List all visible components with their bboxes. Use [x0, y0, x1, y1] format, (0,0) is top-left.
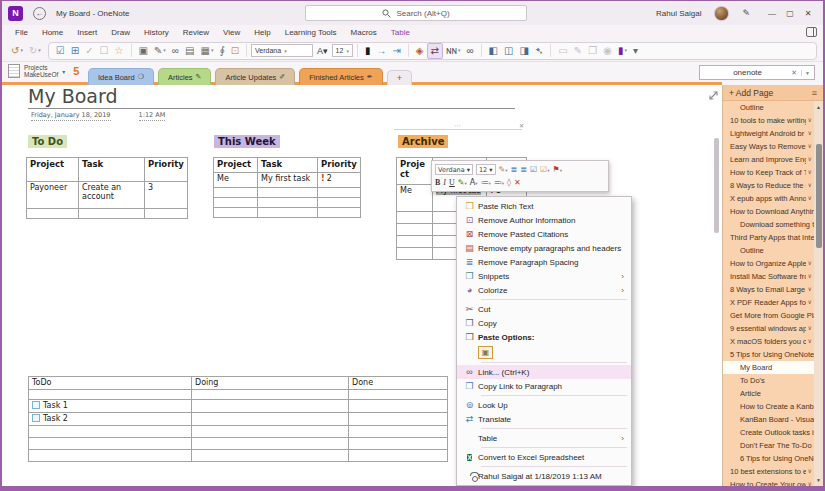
- table-cell[interactable]: [349, 400, 448, 413]
- table-cell[interactable]: [349, 413, 448, 426]
- chevron-down-icon[interactable]: ∨: [806, 296, 814, 309]
- page-list-item[interactable]: How to Create Your ow∨: [723, 478, 814, 486]
- col-header[interactable]: Task: [79, 158, 145, 182]
- col-header[interactable]: Done: [349, 377, 448, 390]
- notebook-color-icon[interactable]: ▮▾: [615, 42, 630, 59]
- table-cell[interactable]: [397, 236, 433, 248]
- table-cell[interactable]: [29, 426, 192, 438]
- menu-item-remove-empty-paragraphs-and-headers[interactable]: ▤Remove empty paragraphs and headers: [457, 241, 631, 255]
- page-list-item[interactable]: Download something t: [723, 218, 814, 231]
- page-list-item[interactable]: 10 best extensions to en∨: [723, 465, 814, 478]
- kanban-board-table[interactable]: ToDoDoingDoneTask 1Task 2: [28, 376, 448, 462]
- cell-priority[interactable]: !2: [318, 173, 361, 188]
- chevron-down-icon[interactable]: ∨: [806, 270, 814, 283]
- page-list-item[interactable]: To Do's: [723, 374, 814, 387]
- bullets-icon[interactable]: ≔▾: [481, 177, 491, 189]
- chevron-down-icon[interactable]: ∨: [806, 478, 814, 486]
- italic-button[interactable]: I: [443, 177, 446, 188]
- page-list-item[interactable]: 9 essential windows app∨: [723, 322, 814, 335]
- custom-tag-icon[interactable]: ☆: [112, 43, 127, 59]
- search-input[interactable]: Search (Alt+Q): [305, 5, 527, 21]
- table-cell[interactable]: [29, 450, 192, 462]
- chevron-down-icon[interactable]: ∨: [806, 192, 814, 205]
- scroll-down-icon[interactable]: ▼: [814, 477, 823, 483]
- cell-project[interactable]: Payoneer: [27, 182, 79, 209]
- add-section-tab[interactable]: +: [387, 70, 412, 85]
- canvas-scrollbar-thumb[interactable]: [714, 138, 719, 233]
- insert-link-icon[interactable]: ∞: [169, 43, 182, 59]
- bold-button[interactable]: B: [435, 177, 440, 188]
- page-list-item[interactable]: Create Outlook tasks in: [723, 426, 814, 439]
- table-cell[interactable]: [192, 413, 349, 426]
- paste-keep-formatting-icon[interactable]: ▣: [478, 346, 493, 359]
- insert-table-icon[interactable]: ▦▾: [197, 42, 216, 59]
- table-cell[interactable]: [258, 188, 318, 198]
- insert-image-icon[interactable]: ▣: [136, 43, 151, 59]
- section-tab-idea-board[interactable]: Idea Board❍: [88, 68, 154, 85]
- menu-help[interactable]: Help: [247, 28, 277, 37]
- spacing-increase-icon[interactable]: ≣: [520, 164, 527, 175]
- highlighter-icon[interactable]: ▮: [362, 43, 374, 59]
- cell-task[interactable]: Create an account: [79, 182, 145, 209]
- menu-draw[interactable]: Draw: [104, 28, 137, 37]
- table-cell[interactable]: [258, 208, 318, 218]
- menu-item-translate[interactable]: ⇄Translate: [457, 412, 631, 426]
- todo-heading[interactable]: To Do: [28, 135, 67, 148]
- menu-table[interactable]: Table: [384, 28, 417, 37]
- menu-history[interactable]: History: [137, 28, 176, 37]
- avatar[interactable]: [714, 6, 729, 21]
- col-header[interactable]: Task: [258, 158, 318, 173]
- menu-insert[interactable]: Insert: [70, 28, 104, 37]
- ink-lock-icon[interactable]: ◈: [413, 43, 427, 59]
- indent-icon[interactable]: →: [373, 43, 389, 59]
- table-cell[interactable]: [397, 248, 433, 260]
- font-size-select[interactable]: 12▾: [332, 44, 353, 57]
- draw-pen-icon[interactable]: ✎▾: [151, 42, 169, 59]
- chevron-down-icon[interactable]: ∨: [806, 140, 814, 153]
- table-cell[interactable]: [29, 390, 192, 400]
- menu-item-snippets[interactable]: ❐Snippets›: [457, 269, 631, 283]
- container-close-icon[interactable]: ✕: [519, 122, 524, 129]
- pin-icon[interactable]: ➴: [532, 43, 546, 59]
- chevron-down-icon[interactable]: ∨: [806, 335, 814, 348]
- mini-font-name-select[interactable]: Verdana▾: [435, 164, 473, 175]
- scroll-up-icon[interactable]: ▲: [814, 104, 823, 110]
- col-header[interactable]: Project: [27, 158, 79, 182]
- menu-learning-tools[interactable]: Learning Tools: [278, 28, 344, 37]
- sort-pages-icon[interactable]: ≡: [812, 88, 817, 98]
- container-grip-icon[interactable]: ⋯: [454, 122, 462, 130]
- tag-icon[interactable]: ☑▾: [540, 164, 549, 176]
- page-list-item[interactable]: How to Create a Kanba: [723, 400, 814, 413]
- insert-file-icon[interactable]: ▤: [182, 43, 197, 59]
- page-list-item[interactable]: 10 tools to make writing∨: [723, 114, 814, 127]
- chevron-down-icon[interactable]: ∨: [806, 322, 814, 335]
- spacing-decrease-icon[interactable]: ≣: [511, 164, 518, 175]
- table-cell[interactable]: [192, 426, 349, 438]
- page-list-item[interactable]: Third Party Apps that Integ: [723, 231, 814, 244]
- underline-button[interactable]: U: [449, 177, 455, 188]
- col-header[interactable]: Project: [214, 158, 258, 173]
- todo-table[interactable]: ProjectTaskPriorityPayoneerCreate an acc…: [26, 157, 188, 219]
- checkbox-tag-icon[interactable]: ☐: [97, 43, 112, 59]
- font-color-icon[interactable]: A▾: [470, 177, 478, 189]
- menu-view[interactable]: View: [216, 28, 247, 37]
- expand-page-icon[interactable]: [708, 90, 719, 101]
- section-tab-articles[interactable]: Articles✎: [158, 68, 211, 85]
- cell-priority[interactable]: 3: [145, 182, 188, 209]
- page-list-item[interactable]: Get More from Google Pla: [723, 309, 814, 322]
- table-cell[interactable]: [397, 224, 433, 236]
- dock-center-icon[interactable]: ◫: [501, 43, 516, 59]
- table-cell[interactable]: [318, 198, 361, 208]
- format-painter-icon[interactable]: ✎▾: [499, 164, 508, 176]
- chevron-down-icon[interactable]: ∨: [806, 465, 814, 478]
- chevron-down-icon[interactable]: ∨: [806, 257, 814, 270]
- this-week-table[interactable]: ProjectTaskPriorityMeMy first task!2: [213, 157, 361, 218]
- search-scope-dropdown-icon[interactable]: ▼: [801, 70, 810, 76]
- undo-icon[interactable]: ↺▾: [8, 42, 26, 59]
- table-cell[interactable]: [192, 438, 349, 450]
- page-list-item[interactable]: Easy Ways to Remove Fr∨: [723, 140, 814, 153]
- col-header[interactable]: Priority: [318, 158, 361, 173]
- archive-heading[interactable]: Archive: [398, 135, 448, 148]
- cell-project[interactable]: Me: [214, 173, 258, 188]
- attach-file-icon[interactable]: ∮: [216, 43, 227, 59]
